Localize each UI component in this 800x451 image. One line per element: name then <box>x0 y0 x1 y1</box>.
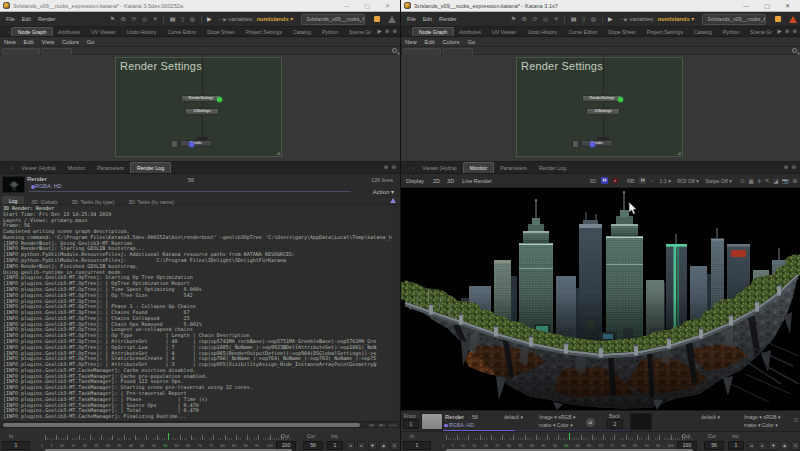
tab[interactable]: Project Settings <box>240 27 287 36</box>
menu-render[interactable]: Render <box>38 16 56 22</box>
maximize-button[interactable]: ▢ <box>364 3 370 9</box>
sync-icon[interactable]: ⟳ <box>131 16 136 22</box>
search-icon[interactable] <box>792 48 797 53</box>
tab[interactable]: Curve Editor <box>162 27 202 36</box>
tab[interactable]: Dope Sheet <box>202 27 240 36</box>
tab[interactable]: Project Settings <box>641 27 688 36</box>
scrollbar-thumb[interactable] <box>3 423 360 427</box>
panel-tab[interactable]: Parameters <box>91 162 130 173</box>
panel-tab[interactable]: Render Log <box>533 162 572 173</box>
compare-icon[interactable]: ◪ <box>773 178 778 184</box>
view-flag-dot[interactable] <box>618 97 623 102</box>
render-queue-entry[interactable]: Render 56 126 lines RGBA: HD Action ▾ <box>0 174 400 196</box>
minimize-button[interactable]: — <box>743 3 749 9</box>
edit-flag-dot[interactable] <box>189 142 194 147</box>
live-render-button[interactable]: Live Render <box>462 178 492 184</box>
swap-buffers-button[interactable]: ⇄ <box>586 418 595 427</box>
log-filter-tab[interactable]: 3D: Globals <box>24 196 64 204</box>
timeline-out-field[interactable]: 100 <box>677 441 697 450</box>
node-graph-canvas[interactable]: Render Settings RenderSettings DlSetting… <box>401 55 800 162</box>
tab[interactable]: Undo History <box>121 27 162 36</box>
add-panel-icon[interactable]: ⊕ <box>784 165 789 171</box>
action-dropdown[interactable]: Action ▾ <box>373 188 394 195</box>
backdrop-resize-handle[interactable] <box>276 151 280 155</box>
timeline-zoom-slider[interactable] <box>45 449 292 450</box>
tab[interactable]: Catalog <box>689 27 718 36</box>
nodegraph-menu-item[interactable]: Go <box>467 39 475 45</box>
tab[interactable]: Dope Sheet <box>603 27 641 36</box>
panel-tab[interactable]: Viewer (Hydra) <box>15 162 62 173</box>
render-thumbnail[interactable] <box>2 176 25 193</box>
add-panel-icon[interactable]: ⊕ <box>384 165 389 171</box>
panel-grip-icon[interactable]: ◔ <box>411 165 414 171</box>
timeline-playhead[interactable] <box>569 433 570 440</box>
snowflake-icon[interactable]: ✳ <box>554 16 559 22</box>
step-forward-button[interactable]: ▸ <box>758 441 767 450</box>
front-view-dropdown[interactable]: default ▾ <box>504 414 523 420</box>
add-key-button[interactable]: ✚ <box>769 441 778 450</box>
panel-grip-icon[interactable]: ◔ <box>10 165 13 171</box>
tab[interactable]: Undo History <box>522 27 563 36</box>
front-matte-color-dropdowns[interactable]: matte ▾ Color ▾ <box>539 422 573 428</box>
tab[interactable]: Attributes <box>454 27 487 36</box>
timeline-in-field[interactable]: 1 <box>2 441 30 450</box>
tab[interactable]: Catalog <box>288 27 317 36</box>
nodegraph-menu-item[interactable]: Colors <box>443 39 460 45</box>
catalog-options-icon[interactable]: ⊡ <box>793 417 798 423</box>
nodegraph-menu-item[interactable]: New <box>405 39 417 45</box>
globe-icon[interactable]: ◍ <box>190 16 195 22</box>
session-tab[interactable]: 3xIslands_v09__rocks_# <box>702 14 766 25</box>
view-flag-dot[interactable] <box>217 97 222 102</box>
titlebar[interactable]: 3xIslands_v09__rocks_expression.katana* … <box>0 0 400 12</box>
nodegraph-menu-item[interactable]: New <box>4 39 16 45</box>
timeline-playhead[interactable] <box>168 433 169 440</box>
stop-3d-button[interactable]: ■ <box>612 177 619 184</box>
snapshot-menu-icon[interactable]: ⊞ <box>792 178 797 184</box>
tab[interactable]: Node Graph <box>11 27 52 36</box>
nodegraph-menu-item[interactable]: Edit <box>425 39 435 45</box>
target-icon[interactable]: ◎ <box>142 16 147 22</box>
pause-rb-button[interactable]: ▮▮ <box>639 177 646 184</box>
panel-menu-icon[interactable]: ⊕ <box>791 165 796 171</box>
tab[interactable]: Node Graph <box>412 27 453 36</box>
refresh-icon[interactable]: ◔ <box>650 178 653 184</box>
timeline-inc-field[interactable]: 1 <box>327 441 343 450</box>
crosshair-icon[interactable]: ✛ <box>757 178 762 184</box>
variables-dropdown[interactable]: numIslands ▾ <box>256 16 293 22</box>
back-matte-color-dropdowns[interactable]: matte ▾ Color ▾ <box>744 422 778 428</box>
nodegraph-menu-item[interactable]: Go <box>87 39 95 45</box>
key-nav-button[interactable]: ◆ <box>780 441 789 450</box>
session-tab[interactable]: 3xIslands_v09__rocks_# <box>301 14 365 25</box>
back-buffer-number[interactable]: 2 <box>607 419 623 429</box>
titlebar[interactable]: 3xIslands_v09__rocks_expression.katana* … <box>401 0 800 12</box>
search-icon[interactable] <box>392 48 397 53</box>
timeline-in-field[interactable]: 1 <box>403 441 431 450</box>
node-rendersettings[interactable]: RenderSettings <box>582 95 622 102</box>
panel-tab[interactable]: Render Log <box>130 162 171 173</box>
menu-render[interactable]: Render <box>439 16 457 22</box>
pause-3d-button[interactable]: ▮▮ <box>601 177 608 184</box>
back-image-srgb-dropdowns[interactable]: Image ▾ sRGB ▾ <box>744 414 780 420</box>
tab[interactable]: UV Viewer <box>487 27 522 36</box>
back-buffer-thumbnail[interactable] <box>630 413 652 430</box>
log-filter-tab[interactable]: 3D: Tasks (by name) <box>121 196 181 204</box>
maximize-button[interactable]: ▢ <box>764 3 770 9</box>
flag-icon[interactable]: ⚑ <box>110 16 115 22</box>
edit-flag-dot[interactable] <box>590 142 595 147</box>
loop-button[interactable]: ↻ <box>390 441 399 450</box>
probe-icon[interactable]: ⊙ <box>740 178 745 184</box>
tab[interactable]: Python <box>717 27 744 36</box>
timeline-inc-field[interactable]: 1 <box>728 441 744 450</box>
roi-dropdown[interactable]: ROI Off ▾ <box>677 178 699 184</box>
play-icon[interactable]: ▶ <box>207 16 212 22</box>
timeline-zoom-slider[interactable] <box>446 449 693 450</box>
panel-tab[interactable]: Monitor <box>463 162 494 173</box>
panel-grip-icon[interactable]: ◔ <box>6 29 9 35</box>
timeline-cur-field[interactable]: 56 <box>704 441 724 450</box>
snowflake-icon[interactable]: ✳ <box>153 16 158 22</box>
scroll-up-icon[interactable] <box>390 198 396 203</box>
tab[interactable]: Curve Editor <box>563 27 603 36</box>
camera-icon[interactable]: 📷 <box>782 178 789 184</box>
sync-icon[interactable]: ⟳ <box>532 16 537 22</box>
log-filter-tab[interactable]: Log <box>2 196 24 204</box>
